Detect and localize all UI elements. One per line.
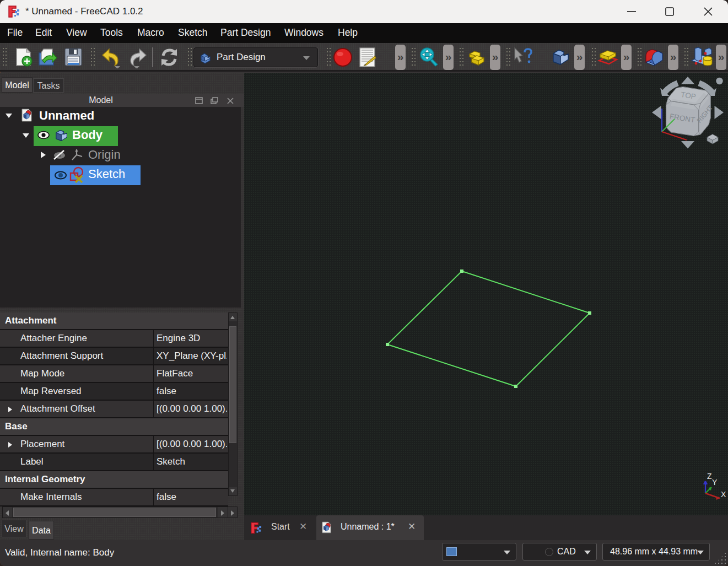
svg-text:X: X: [721, 490, 726, 499]
svg-text:Z: Z: [707, 472, 712, 481]
svg-text:Y: Y: [712, 478, 718, 487]
